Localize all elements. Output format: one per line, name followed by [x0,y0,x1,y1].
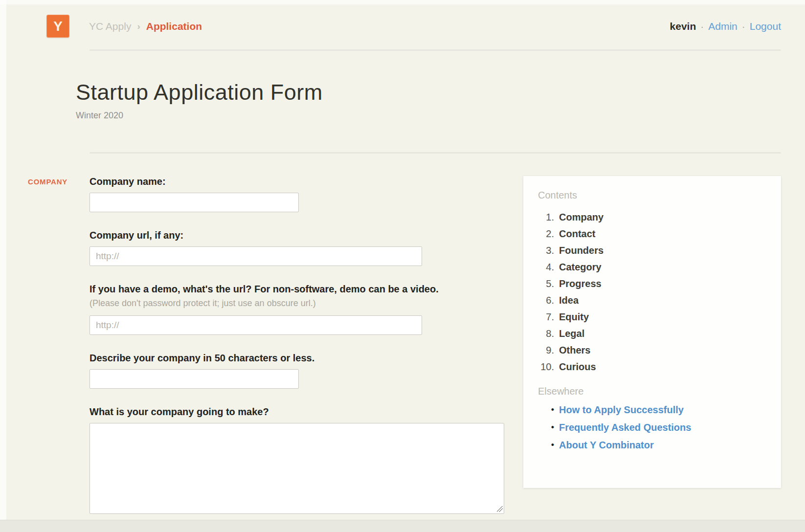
contents-heading: Contents [538,190,766,201]
toc-item-company[interactable]: 1. Company [538,209,766,225]
toc-number: 2. [538,225,554,242]
field-group-product: What is your company going to make? [89,406,504,514]
company-description-input[interactable] [89,369,299,389]
field-group-description: Describe your company in 50 characters o… [89,353,504,389]
toc-item-legal[interactable]: 8. Legal [538,325,766,342]
toc-item-category[interactable]: 4. Category [538,259,766,275]
window-frame-left [0,0,6,521]
product-textarea[interactable] [89,423,504,514]
toc-number: 1. [538,209,554,225]
toc-number: 7. [538,309,554,325]
demo-url-input[interactable] [89,315,422,335]
toc-label: Founders [559,242,604,259]
toc-label: Idea [559,292,579,309]
window-frame-top [0,0,805,4]
link-label: How to Apply Successfully [559,401,684,419]
toc-number: 3. [538,242,554,259]
application-form: COMPANY Company name: Company url, if an… [89,176,504,532]
link-about-yc[interactable]: • About Y Combinator [538,436,766,454]
link-faq[interactable]: • Frequently Asked Questions [538,419,766,436]
toc-item-curious[interactable]: 10. Curious [538,358,766,375]
bullet-icon: • [538,436,554,454]
page-title: Startup Application Form [76,80,781,105]
toc-item-others[interactable]: 9. Others [538,342,766,358]
toc-item-founders[interactable]: 3. Founders [538,242,766,259]
bullet-icon: • [538,419,554,436]
toc-label: Category [559,259,602,275]
page-subtitle: Winter 2020 [76,111,781,121]
toc-label: Equity [559,309,589,325]
toc-number: 5. [538,275,554,292]
toc-label: Others [559,342,590,358]
field-help-text: (Please don't password protect it; just … [89,297,504,310]
field-label: If you have a demo, what's the url? For … [89,284,504,294]
separator-dot: · [700,21,704,32]
title-divider [89,152,781,154]
link-label: Frequently Asked Questions [559,419,691,436]
breadcrumb-root-link[interactable]: YC Apply [89,21,131,32]
field-group-company-url: Company url, if any: [89,230,504,266]
field-group-demo-url: If you have a demo, what's the url? For … [89,284,504,335]
toc-number: 9. [538,342,554,358]
sidebar-card: Contents 1. Company 2. Contact 3. Founde… [523,176,781,488]
textarea-wrap [89,423,504,514]
section-label-company: COMPANY [28,177,67,186]
table-of-contents: 1. Company 2. Contact 3. Founders 4. Cat… [538,209,766,375]
elsewhere-heading: Elsewhere [538,386,766,397]
main-content: COMPANY Company name: Company url, if an… [89,176,781,532]
toc-item-progress[interactable]: 5. Progress [538,275,766,292]
chevron-right-icon: › [137,21,140,32]
toc-label: Curious [559,358,596,375]
toc-number: 10. [538,358,554,375]
toc-label: Legal [559,325,584,342]
toc-item-equity[interactable]: 7. Equity [538,309,766,325]
field-label: Company name: [89,176,504,187]
field-group-company-name: Company name: [89,176,504,212]
toc-number: 6. [538,292,554,309]
breadcrumb: YC Apply › Application [89,21,202,32]
admin-link[interactable]: Admin [708,21,738,32]
toc-item-contact[interactable]: 2. Contact [538,225,766,242]
company-name-input[interactable] [89,193,299,212]
yc-logo[interactable]: Y [46,15,69,38]
field-label: What is your company going to make? [89,406,504,417]
field-label: Company url, if any: [89,230,504,241]
header: Y YC Apply › Application kevin · Admin ·… [0,0,805,38]
breadcrumb-current[interactable]: Application [146,21,202,32]
link-how-to-apply[interactable]: • How to Apply Successfully [538,401,766,419]
toc-label: Progress [559,275,602,292]
field-label: Describe your company in 50 characters o… [89,353,504,363]
bullet-icon: • [538,401,554,419]
title-block: Startup Application Form Winter 2020 [76,80,781,121]
logout-link[interactable]: Logout [750,21,781,32]
separator-dot: · [742,21,745,32]
user-menu: kevin · Admin · Logout [670,21,781,32]
toc-number: 4. [538,259,554,275]
resize-handle-icon[interactable] [497,506,503,512]
toc-label: Company [559,209,604,225]
toc-item-idea[interactable]: 6. Idea [538,292,766,309]
link-label: About Y Combinator [559,436,654,454]
elsewhere-links: • How to Apply Successfully • Frequently… [538,401,766,454]
yc-logo-letter: Y [53,20,63,33]
company-url-input[interactable] [89,246,422,266]
toc-label: Contact [559,225,595,242]
header-divider [89,49,781,51]
toc-number: 8. [538,325,554,342]
user-name: kevin [670,21,696,32]
